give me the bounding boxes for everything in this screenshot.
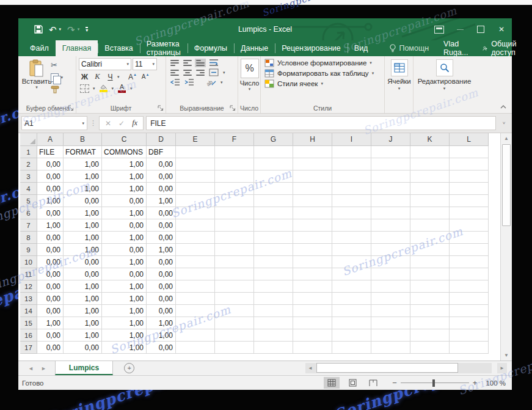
align-middle-button[interactable] [183,60,192,66]
scroll-right-icon[interactable]: ► [497,363,507,373]
cell-B11[interactable]: 0,00 [64,268,102,280]
number-format-dropdown-icon[interactable]: ▾ [249,87,251,92]
zoom-in-button[interactable]: + [473,379,478,387]
column-header-L[interactable]: L [450,133,489,146]
cell-K16[interactable] [410,329,450,342]
cell-B15[interactable]: 1,00 [64,317,102,329]
cell-E4[interactable] [176,183,215,195]
cell-C16[interactable]: 1,00 [102,329,147,342]
cell-F16[interactable] [215,329,254,342]
cell-J15[interactable] [371,317,410,329]
cell-B16[interactable]: 1,00 [64,329,102,342]
cell-D13[interactable]: 0,00 [147,293,176,305]
cell-G17[interactable] [254,342,293,354]
cell-C9[interactable]: 0,00 [102,244,147,256]
cell-E6[interactable] [176,207,215,219]
minimize-button[interactable] [450,18,470,40]
decrease-indent-button[interactable] [170,78,180,86]
cell-D8[interactable]: 0,00 [147,232,176,244]
cell-C10[interactable]: 1,00 [102,256,147,268]
zoom-slider-track[interactable] [401,383,469,383]
tab-help[interactable]: Помощн [383,40,435,56]
ribbon-display-options-button[interactable] [429,18,450,40]
cell-E7[interactable] [176,219,215,232]
cell-B1[interactable]: FORMAT [64,146,102,158]
cell-J1[interactable] [371,146,410,158]
row-header-16[interactable]: 16 [20,329,37,342]
cell-B17[interactable]: 0,00 [64,342,102,354]
cell-J8[interactable] [371,232,410,244]
row-header-5[interactable]: 5 [20,195,37,207]
cell-I4[interactable] [332,183,371,195]
align-left-button[interactable] [170,70,179,76]
cell-H7[interactable] [293,219,332,232]
scroll-up-icon[interactable]: ▲ [501,133,512,144]
cell-L14[interactable] [450,305,489,317]
cell-G15[interactable] [254,317,293,329]
cell-H12[interactable] [293,280,332,293]
cell-G2[interactable] [254,158,293,170]
column-header-D[interactable]: D [147,133,176,146]
cell-styles-button[interactable]: Стили ячеек ▾ [264,79,382,88]
cell-B8[interactable]: 1,00 [64,232,102,244]
cell-K4[interactable] [410,183,450,195]
cell-D9[interactable]: 1,00 [147,244,176,256]
cell-C17[interactable]: 1,00 [102,342,147,354]
cell-B6[interactable]: 1,00 [64,207,102,219]
cell-K11[interactable] [410,268,450,280]
borders-button[interactable] [79,83,90,93]
cell-H6[interactable] [293,207,332,219]
select-all-corner[interactable] [20,133,37,146]
cell-L10[interactable] [450,256,489,268]
cell-L17[interactable] [450,342,489,354]
cell-C1[interactable]: COMMONS [102,146,147,158]
cell-J12[interactable] [371,280,410,293]
enter-entry-button[interactable]: ✓ [118,119,125,128]
cell-D15[interactable]: 1,00 [147,317,176,329]
cell-J17[interactable] [371,342,410,354]
cell-D6[interactable]: 0,00 [147,207,176,219]
cell-A16[interactable]: 0,00 [37,329,64,342]
scroll-left-icon[interactable]: ◄ [305,363,315,373]
font-color-dropdown-icon[interactable]: ▾ [130,86,133,91]
align-top-button[interactable] [170,60,179,66]
column-header-F[interactable]: F [215,133,254,146]
cell-J4[interactable] [371,183,410,195]
cell-E8[interactable] [176,232,215,244]
cell-H11[interactable] [293,268,332,280]
cell-A10[interactable]: 0,00 [37,256,64,268]
cell-D1[interactable]: DBF [147,146,176,158]
cell-C15[interactable]: 1,00 [102,317,147,329]
cell-G8[interactable] [254,232,293,244]
cell-E11[interactable] [176,268,215,280]
cell-A5[interactable]: 1,00 [37,195,64,207]
row-header-12[interactable]: 12 [20,280,37,293]
page-break-view-button[interactable] [365,377,381,389]
percent-style-button[interactable]: % [241,59,259,78]
save-icon[interactable] [34,25,43,34]
cell-G11[interactable] [254,268,293,280]
tab-view[interactable]: Вид [348,40,375,56]
cell-D10[interactable]: 0,00 [147,256,176,268]
cell-I16[interactable] [332,329,371,342]
cell-C7[interactable]: 0,00 [102,219,147,232]
normal-view-button[interactable] [324,377,340,389]
cell-F1[interactable] [215,146,254,158]
cell-H3[interactable] [293,170,332,183]
cell-K9[interactable] [410,244,450,256]
cell-J9[interactable] [371,244,410,256]
cell-L13[interactable] [450,293,489,305]
cell-D2[interactable]: 0,00 [147,158,176,170]
cell-G3[interactable] [254,170,293,183]
formula-bar-splitter[interactable]: ⋮ [90,119,97,127]
cell-E16[interactable] [176,329,215,342]
row-header-1[interactable]: 1 [20,146,37,158]
cell-F17[interactable] [215,342,254,354]
row-header-8[interactable]: 8 [20,232,37,244]
cell-C12[interactable]: 1,00 [102,280,147,293]
account-name[interactable]: Vlad Ruga... [437,40,475,56]
cell-I13[interactable] [332,293,371,305]
alignment-dialog-launcher[interactable] [230,105,236,111]
font-size-select[interactable]: 11▾ [133,58,157,70]
cell-H14[interactable] [293,305,332,317]
